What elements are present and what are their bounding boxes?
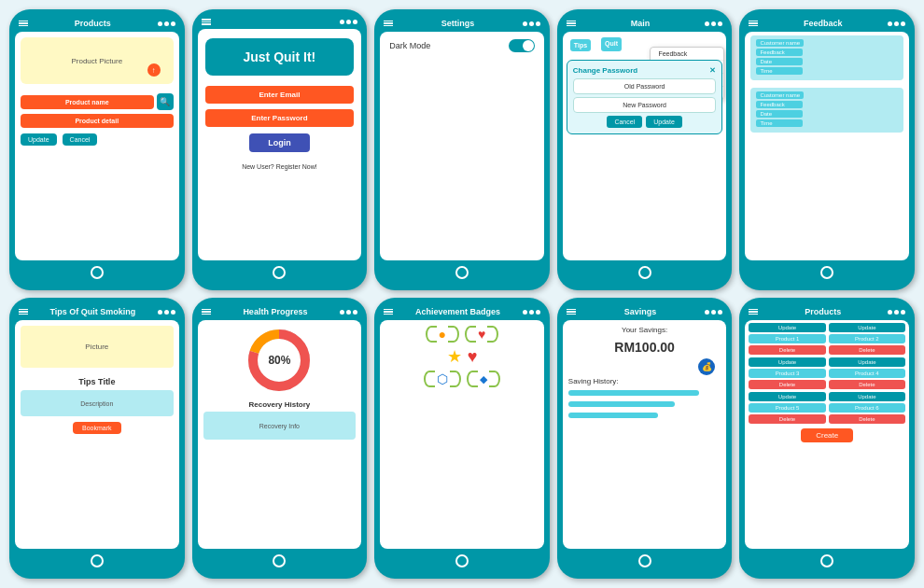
enter-email-button[interactable]: Enter Email bbox=[205, 86, 355, 104]
delete-product5-button[interactable]: Delete bbox=[749, 414, 825, 424]
phone2-screen: Just Quit It! Enter Email Enter Password… bbox=[198, 29, 362, 261]
dot-icon-27 bbox=[718, 310, 722, 315]
update-product6-button[interactable]: Update bbox=[829, 392, 905, 401]
delete-product4-button[interactable]: Delete bbox=[829, 380, 905, 389]
hamburger-icon-10[interactable] bbox=[749, 309, 758, 315]
phone4-screen: Tips Quit Feedback Settings Change Passw… bbox=[563, 32, 727, 260]
hamburger-icon-5[interactable] bbox=[749, 21, 758, 27]
create-button[interactable]: Create bbox=[801, 428, 853, 442]
delete-product6-button[interactable]: Delete bbox=[829, 414, 905, 424]
home-button-4[interactable] bbox=[638, 266, 651, 279]
update-product5-button[interactable]: Update bbox=[749, 392, 825, 401]
dot-icon-19 bbox=[340, 310, 344, 315]
hamburger-icon-7[interactable] bbox=[202, 309, 211, 315]
product-picture-label: Product Picture bbox=[71, 57, 122, 65]
dot-icon-14 bbox=[894, 21, 899, 26]
donut-percent-label: 80% bbox=[268, 354, 290, 367]
hamburger-icon-8[interactable] bbox=[384, 309, 393, 315]
enter-password-button[interactable]: Enter Password bbox=[205, 109, 355, 127]
savings-bar-3 bbox=[568, 413, 659, 418]
hamburger-icon-9[interactable] bbox=[567, 309, 576, 315]
product-name-button[interactable]: Product name bbox=[21, 95, 154, 109]
product5-name-button[interactable]: Product 5 bbox=[749, 403, 825, 413]
product-detail-button[interactable]: Product detail bbox=[21, 114, 174, 128]
phone7-bottom bbox=[198, 549, 362, 567]
tips-button[interactable]: Tips bbox=[570, 39, 591, 51]
modal-close-icon[interactable]: ✕ bbox=[709, 66, 716, 75]
health-chart-area: 80% bbox=[198, 320, 362, 397]
money-bag-icon: 💰 bbox=[698, 358, 715, 375]
product-cell-3: Update Product 3 Delete bbox=[749, 357, 825, 389]
diamond-badge-icon: ◆ bbox=[480, 373, 487, 385]
bookmark-button[interactable]: Bookmark bbox=[73, 422, 121, 434]
home-button-10[interactable] bbox=[820, 554, 833, 567]
home-button-8[interactable] bbox=[455, 554, 469, 567]
new-password-field[interactable]: New Password bbox=[573, 97, 717, 113]
hamburger-icon-6[interactable] bbox=[19, 309, 28, 315]
customer-name-label-1: Customer name bbox=[756, 39, 804, 47]
feedback-card-2: Customer name Feedback Date Time bbox=[750, 88, 903, 133]
phone-login: Just Quit It! Enter Email Enter Password… bbox=[192, 9, 368, 290]
product6-name-button[interactable]: Product 6 bbox=[829, 403, 905, 413]
dot-icon-3 bbox=[171, 21, 175, 26]
phone6-icons bbox=[158, 310, 175, 315]
dot-icon-5 bbox=[346, 20, 351, 24]
phone3-icons bbox=[523, 21, 540, 26]
menu-item-feedback[interactable]: Feedback bbox=[651, 48, 723, 61]
home-button-9[interactable] bbox=[638, 554, 651, 567]
update-product1-button[interactable]: Update bbox=[749, 323, 825, 332]
quit-button[interactable]: Quit bbox=[601, 37, 622, 51]
dark-mode-toggle[interactable] bbox=[509, 39, 535, 52]
feedback-row-customer-2: Customer name bbox=[756, 91, 898, 99]
just-quit-it-button[interactable]: Just Quit It! bbox=[205, 38, 355, 76]
phone5-topbar: Feedback bbox=[745, 17, 909, 32]
home-button-6[interactable] bbox=[91, 554, 104, 567]
product4-name-button[interactable]: Product 4 bbox=[829, 369, 905, 378]
feedback-label-1: Feedback bbox=[756, 49, 803, 56]
dot-icon-9 bbox=[536, 21, 540, 26]
search-icon-button[interactable]: 🔍 bbox=[157, 93, 174, 110]
register-link[interactable]: New User? Register Now! bbox=[198, 163, 362, 170]
product2-name-button[interactable]: Product 2 bbox=[829, 334, 905, 343]
delete-product1-button[interactable]: Delete bbox=[749, 345, 825, 355]
home-button-2[interactable] bbox=[273, 266, 286, 279]
phone5-title: Feedback bbox=[804, 19, 843, 28]
product-cell-2: Update Product 2 Delete bbox=[829, 323, 905, 355]
old-password-field[interactable]: Old Password bbox=[573, 78, 717, 94]
phone1-bottom bbox=[15, 260, 179, 279]
product1-name-button[interactable]: Product 1 bbox=[749, 334, 825, 343]
phone6-bottom bbox=[15, 549, 179, 567]
hamburger-icon-3[interactable] bbox=[384, 21, 393, 27]
dot-icon-17 bbox=[164, 310, 169, 315]
upload-icon[interactable]: ↑ bbox=[147, 63, 161, 77]
home-button[interactable] bbox=[91, 266, 104, 279]
your-savings-label: Your Savings: bbox=[563, 326, 727, 334]
login-button[interactable]: Login bbox=[249, 133, 310, 152]
update-product3-button[interactable]: Update bbox=[749, 357, 825, 367]
hamburger-icon[interactable] bbox=[19, 21, 28, 27]
phone6-topbar: Tips Of Quit Smoking bbox=[15, 305, 179, 320]
dot-icon-6 bbox=[353, 20, 357, 24]
hamburger-icon-4[interactable] bbox=[567, 21, 576, 27]
phone-feedback: Feedback Customer name Feedback Date Ti bbox=[739, 9, 915, 290]
home-button-5[interactable] bbox=[820, 266, 833, 279]
update-product4-button[interactable]: Update bbox=[829, 357, 905, 367]
delete-product2-button[interactable]: Delete bbox=[829, 345, 905, 355]
product3-name-button[interactable]: Product 3 bbox=[749, 369, 825, 378]
product-cell-1: Update Product 1 Delete bbox=[749, 323, 825, 355]
modal-update-button[interactable]: Update bbox=[646, 116, 682, 128]
phone-products-list: Products Update Product 1 Delete Update … bbox=[739, 298, 915, 579]
home-button-3[interactable] bbox=[455, 266, 469, 279]
dark-mode-label: Dark Mode bbox=[389, 41, 430, 50]
hamburger-icon-2[interactable] bbox=[202, 19, 211, 25]
update-button[interactable]: Update bbox=[21, 133, 57, 146]
phone3-title: Settings bbox=[441, 19, 475, 28]
update-product2-button[interactable]: Update bbox=[829, 323, 905, 332]
modal-cancel-button[interactable]: Cancel bbox=[607, 116, 642, 128]
dot-icon-1 bbox=[158, 21, 162, 26]
home-button-7[interactable] bbox=[273, 554, 286, 567]
badge-wreath-circle: ● bbox=[426, 326, 459, 343]
cancel-button[interactable]: Cancel bbox=[63, 133, 98, 146]
badges-container: ● ♥ ★ ♥ bbox=[380, 320, 544, 393]
delete-product3-button[interactable]: Delete bbox=[749, 380, 825, 389]
